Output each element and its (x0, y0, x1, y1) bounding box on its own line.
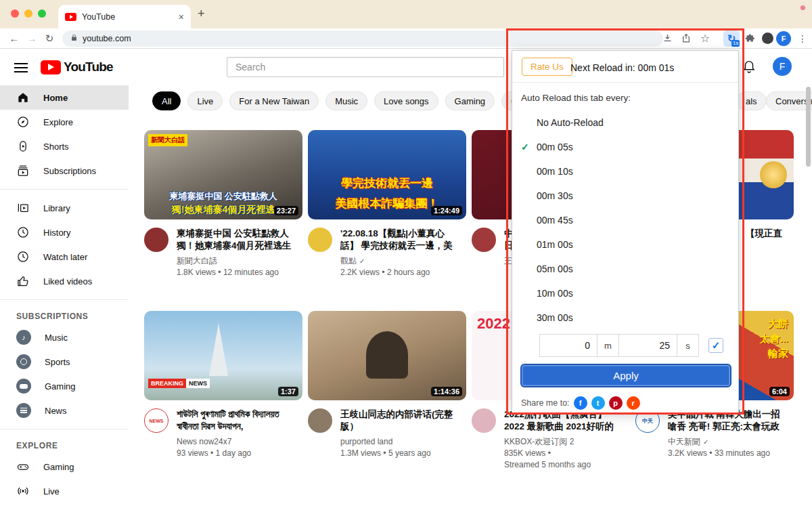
sidebar-item-home[interactable]: Home (0, 85, 129, 110)
download-icon[interactable] (658, 28, 677, 48)
gamepad-icon (16, 460, 30, 473)
sidebar-explore-gaming[interactable]: Gaming (0, 454, 129, 479)
zoom-window-button[interactable] (38, 9, 46, 18)
channel-name[interactable]: 觀點✓ (340, 255, 458, 267)
share-icon[interactable] (677, 28, 696, 48)
bookmark-star-icon[interactable]: ☆ (696, 28, 715, 48)
browser-profile-avatar[interactable]: F (776, 31, 791, 46)
channel-avatar[interactable] (472, 228, 496, 252)
chip-for-a-new-taiwan[interactable]: For a New Taiwan (229, 91, 319, 110)
video-thumbnail[interactable]: 學完技術就丟一邊 美國根本詐騙集團！ 1:24:49 (308, 130, 466, 219)
channel-avatar[interactable] (472, 408, 496, 433)
sidebar-channel-music[interactable]: ♪ Music (0, 325, 129, 350)
sidebar-item-shorts[interactable]: Shorts (0, 134, 129, 158)
video-card[interactable]: 1:14:36 王歧山同志的内部讲话(完整版） purported land 1… (308, 311, 466, 471)
channel-avatar[interactable] (144, 228, 168, 252)
chip-all[interactable]: All (152, 91, 181, 110)
sidebar-item-liked-videos[interactable]: Liked videos (0, 269, 129, 293)
video-title[interactable]: 王歧山同志的内部讲话(完整版） (340, 408, 458, 433)
chip-partial[interactable]: als (736, 91, 767, 110)
youtube-logo[interactable]: YouTube (41, 60, 113, 75)
video-title[interactable]: শাউটলি পুৰণামাটি প্ৰাথমিক বিদ্যালয়ত স্ব… (177, 408, 294, 433)
search-input[interactable] (227, 57, 504, 77)
selected-check-icon: ✓ (521, 142, 529, 152)
video-card[interactable]: 新聞大白話 柬埔寨挺中国 公安駐點救人 獨!她柬埔寨4個月死裡逃 23:27 柬… (144, 130, 302, 278)
channel-avatar[interactable] (308, 408, 332, 433)
chip-conversations[interactable]: Conversat (766, 91, 812, 110)
custom-seconds-input[interactable] (619, 334, 677, 357)
video-title[interactable]: '22.08.18【觀點|小董真心話】 學完技術就丟一邊，美國根本... (340, 228, 458, 252)
sidebar-item-history[interactable]: History (0, 220, 129, 245)
sidebar-channel-news[interactable]: News (0, 398, 129, 423)
sidebar-explore-live[interactable]: Live (0, 479, 129, 503)
music-channel-avatar: ♪ (16, 330, 31, 345)
reload-interval-list: No Auto-Reload ✓00m 05s 00m 10s 00m 30s … (512, 110, 740, 330)
channel-avatar[interactable] (308, 228, 332, 252)
sidebar-item-watch-later[interactable]: Watch later (0, 245, 129, 269)
reload-option-45s[interactable]: 00m 45s (512, 208, 740, 232)
channel-name[interactable]: 中天新聞✓ (668, 436, 786, 448)
video-thumbnail[interactable]: BREAKINGNEWS 1:37 (144, 311, 302, 400)
rate-us-button[interactable]: Rate Us (522, 58, 572, 76)
seconds-unit-label: s (677, 334, 699, 357)
sidebar-item-explore[interactable]: Explore (0, 110, 129, 134)
video-meta: 93 views • 1 day ago (177, 448, 294, 459)
pinterest-icon[interactable]: p (609, 396, 623, 410)
menu-hamburger-icon[interactable] (14, 63, 28, 75)
reload-option-30m[interactable]: 30m 00s (512, 305, 740, 330)
reload-option-none[interactable]: No Auto-Reload (512, 110, 740, 135)
sidebar-channel-gaming[interactable]: Gaming (0, 374, 129, 398)
close-window-button[interactable] (11, 9, 19, 18)
channel-avatar[interactable]: NEWS (144, 408, 168, 433)
forward-button[interactable]: → (23, 28, 41, 48)
reload-option-30s[interactable]: 00m 30s (512, 184, 740, 208)
channel-name[interactable]: purported land (340, 436, 458, 448)
sidebar-channel-sports[interactable]: Sports (0, 350, 129, 374)
twitter-icon[interactable]: t (591, 396, 605, 410)
titlebar-dot (800, 5, 805, 10)
duration-badge: 6:04 (769, 387, 790, 396)
extensions-puzzle-icon[interactable] (740, 28, 759, 48)
facebook-icon[interactable]: f (574, 396, 587, 410)
chip-music[interactable]: Music (325, 91, 367, 110)
video-thumbnail[interactable]: 新聞大白話 柬埔寨挺中国 公安駐點救人 獨!她柬埔寨4個月死裡逃 23:27 (144, 130, 302, 219)
reload-button[interactable]: ↻ (41, 28, 58, 48)
home-icon (16, 91, 30, 104)
channel-name[interactable]: KKBOX-欢迎订阅 2 (504, 436, 622, 448)
custom-minutes-input[interactable] (539, 334, 597, 357)
reload-option-5m[interactable]: 05m 00s (512, 257, 740, 281)
notifications-bell-icon[interactable] (742, 59, 757, 77)
chip-gaming[interactable]: Gaming (445, 91, 495, 110)
reload-option-10s[interactable]: 00m 10s (512, 159, 740, 184)
minimize-window-button[interactable] (24, 9, 32, 18)
address-bar[interactable]: youtube.com (62, 30, 663, 47)
tab-close-icon[interactable]: × (179, 12, 184, 22)
chip-love-songs[interactable]: Love songs (374, 91, 438, 110)
darkmode-extension-icon[interactable] (758, 28, 777, 48)
reload-option-1m[interactable]: 01m 00s (512, 232, 740, 257)
video-thumbnail[interactable]: 1:14:36 (308, 311, 466, 400)
back-button[interactable]: ← (5, 28, 23, 48)
channel-name[interactable]: 新聞大白話 (177, 255, 294, 267)
sidebar-item-subscriptions[interactable]: Subscriptions (0, 158, 129, 183)
video-title[interactable]: 柬埔寨挺中国 公安駐點救人 獨！她柬埔寨4個月死裡逃生 ... (177, 228, 294, 252)
watch-later-clock-icon (16, 250, 30, 263)
chip-live[interactable]: Live (187, 91, 223, 110)
reload-option-10m[interactable]: 10m 00s (512, 281, 740, 305)
browser-menu-icon[interactable]: ⋮ (793, 28, 812, 48)
reload-option-5s[interactable]: ✓00m 05s (512, 135, 740, 159)
thumbs-up-icon (16, 274, 30, 288)
reddit-icon[interactable]: r (627, 396, 640, 410)
apply-button[interactable]: Apply (520, 364, 731, 387)
duration-badge: 23:27 (274, 206, 298, 215)
sidebar-item-library[interactable]: Library (0, 196, 129, 220)
custom-interval-checkbox[interactable]: ✓ (708, 338, 723, 353)
scrollbar-thumb[interactable] (806, 87, 811, 167)
video-card[interactable]: 學完技術就丟一邊 美國根本詐騙集團！ 1:24:49 '22.08.18【觀點|… (308, 130, 466, 278)
browser-tab[interactable]: YouTube × (58, 5, 191, 28)
video-card[interactable]: BREAKINGNEWS 1:37 NEWS শাউটলি পুৰণামাটি … (144, 311, 302, 471)
youtube-user-avatar[interactable]: F (773, 57, 792, 76)
new-tab-button[interactable]: + (198, 7, 205, 21)
channel-name[interactable]: News now24x7 (177, 436, 294, 448)
shorts-icon (16, 140, 30, 153)
